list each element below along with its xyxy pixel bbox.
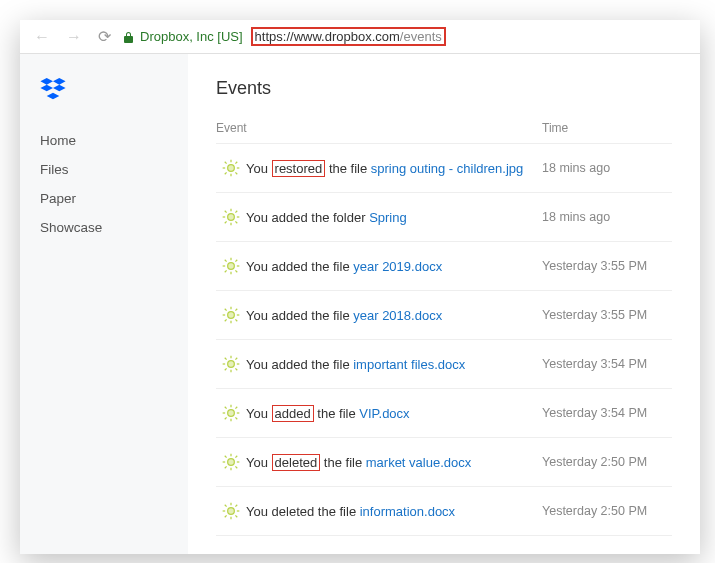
- event-description: You added the file important files.docx: [246, 357, 542, 372]
- window: ← → ⟳ Dropbox, Inc [US] https://www.drop…: [20, 20, 700, 554]
- event-target-link[interactable]: Spring: [369, 210, 407, 225]
- sidebar-item-files[interactable]: Files: [40, 155, 168, 184]
- event-mid: the file: [325, 161, 371, 176]
- svg-point-45: [228, 410, 235, 417]
- event-row[interactable]: You added the folder Spring18 mins ago: [216, 193, 672, 242]
- url-host: https://www.dropbox.com: [255, 29, 400, 44]
- event-time: Yesterday 3:55 PM: [542, 259, 672, 273]
- activity-icon: [216, 305, 246, 325]
- event-time: 18 mins ago: [542, 161, 672, 175]
- svg-line-24: [235, 270, 237, 272]
- event-description: You deleted the file market value.docx: [246, 455, 542, 470]
- event-prefix: You: [246, 406, 272, 421]
- event-target-link[interactable]: year 2019.docx: [353, 259, 442, 274]
- activity-icon: [216, 207, 246, 227]
- svg-line-32: [225, 309, 227, 311]
- event-mid: the file: [314, 406, 360, 421]
- forward-button[interactable]: →: [62, 28, 86, 46]
- event-target-link[interactable]: spring outing - children.jpg: [371, 161, 523, 176]
- app-body: Home Files Paper Showcase Events Event T…: [20, 54, 700, 554]
- event-description: You deleted the file information.docx: [246, 504, 542, 519]
- event-row[interactable]: You added the file year 2018.docxYesterd…: [216, 291, 672, 340]
- event-row[interactable]: You deleted the file market value.docxYe…: [216, 438, 672, 487]
- event-prefix: You added the file: [246, 259, 353, 274]
- event-time: Yesterday 2:50 PM: [542, 504, 672, 518]
- svg-line-35: [235, 309, 237, 311]
- event-list: You restored the file spring outing - ch…: [216, 144, 672, 536]
- event-row[interactable]: You added the file year 2019.docxYesterd…: [216, 242, 672, 291]
- event-row[interactable]: You added the file important files.docxY…: [216, 340, 672, 389]
- svg-line-61: [225, 466, 227, 468]
- svg-line-26: [235, 260, 237, 262]
- svg-line-69: [235, 515, 237, 517]
- secure-indicator: Dropbox, Inc [US]: [123, 29, 243, 44]
- svg-line-70: [225, 515, 227, 517]
- activity-icon: [216, 403, 246, 423]
- event-prefix: You: [246, 455, 272, 470]
- svg-point-18: [228, 263, 235, 270]
- address-bar[interactable]: https://www.dropbox.com/events: [251, 27, 690, 46]
- secure-label: Dropbox, Inc [US]: [140, 29, 243, 44]
- event-prefix: You added the file: [246, 357, 353, 372]
- activity-icon: [216, 452, 246, 472]
- activity-icon: [216, 158, 246, 178]
- svg-point-36: [228, 361, 235, 368]
- svg-line-71: [235, 505, 237, 507]
- svg-line-43: [225, 368, 227, 370]
- sidebar-item-paper[interactable]: Paper: [40, 184, 168, 213]
- lock-icon: [123, 31, 134, 43]
- event-target-link[interactable]: year 2018.docx: [353, 308, 442, 323]
- svg-line-8: [235, 162, 237, 164]
- event-description: You added the file year 2019.docx: [246, 259, 542, 274]
- svg-point-27: [228, 312, 235, 319]
- svg-line-25: [225, 270, 227, 272]
- event-target-link[interactable]: market value.docx: [366, 455, 472, 470]
- col-header-time: Time: [542, 121, 672, 135]
- svg-point-9: [228, 214, 235, 221]
- event-time: Yesterday 3:54 PM: [542, 406, 672, 420]
- sidebar-item-showcase[interactable]: Showcase: [40, 213, 168, 242]
- sidebar-item-home[interactable]: Home: [40, 126, 168, 155]
- svg-line-23: [225, 260, 227, 262]
- svg-line-44: [235, 358, 237, 360]
- event-time: Yesterday 3:55 PM: [542, 308, 672, 322]
- event-row[interactable]: You added the file VIP.docxYesterday 3:5…: [216, 389, 672, 438]
- url-path: /events: [400, 29, 442, 44]
- event-target-link[interactable]: VIP.docx: [359, 406, 409, 421]
- sidebar: Home Files Paper Showcase: [20, 54, 188, 554]
- svg-point-63: [228, 508, 235, 515]
- event-prefix: You: [246, 161, 272, 176]
- svg-line-5: [225, 162, 227, 164]
- svg-line-62: [235, 456, 237, 458]
- event-row[interactable]: You restored the file spring outing - ch…: [216, 144, 672, 193]
- dropbox-logo[interactable]: [40, 78, 168, 104]
- activity-icon: [216, 256, 246, 276]
- activity-icon: [216, 501, 246, 521]
- svg-line-6: [235, 172, 237, 174]
- svg-line-17: [235, 211, 237, 213]
- event-verb: deleted: [272, 454, 321, 471]
- back-button[interactable]: ←: [30, 28, 54, 46]
- svg-line-41: [225, 358, 227, 360]
- event-time: Yesterday 2:50 PM: [542, 455, 672, 469]
- reload-button[interactable]: ⟳: [94, 27, 115, 46]
- svg-line-50: [225, 407, 227, 409]
- page-title: Events: [216, 78, 672, 99]
- event-prefix: You added the folder: [246, 210, 369, 225]
- column-headers: Event Time: [216, 121, 672, 144]
- event-target-link[interactable]: information.docx: [360, 504, 455, 519]
- event-description: You added the file VIP.docx: [246, 406, 542, 421]
- dropbox-icon: [40, 78, 66, 100]
- svg-line-15: [235, 221, 237, 223]
- event-description: You added the file year 2018.docx: [246, 308, 542, 323]
- svg-line-51: [235, 417, 237, 419]
- event-target-link[interactable]: important files.docx: [353, 357, 465, 372]
- event-prefix: You added the file: [246, 308, 353, 323]
- browser-toolbar: ← → ⟳ Dropbox, Inc [US] https://www.drop…: [20, 20, 700, 54]
- svg-line-59: [225, 456, 227, 458]
- event-row[interactable]: You deleted the file information.docxYes…: [216, 487, 672, 536]
- svg-line-68: [225, 505, 227, 507]
- col-header-event: Event: [216, 121, 542, 135]
- event-time: Yesterday 3:54 PM: [542, 357, 672, 371]
- svg-line-52: [225, 417, 227, 419]
